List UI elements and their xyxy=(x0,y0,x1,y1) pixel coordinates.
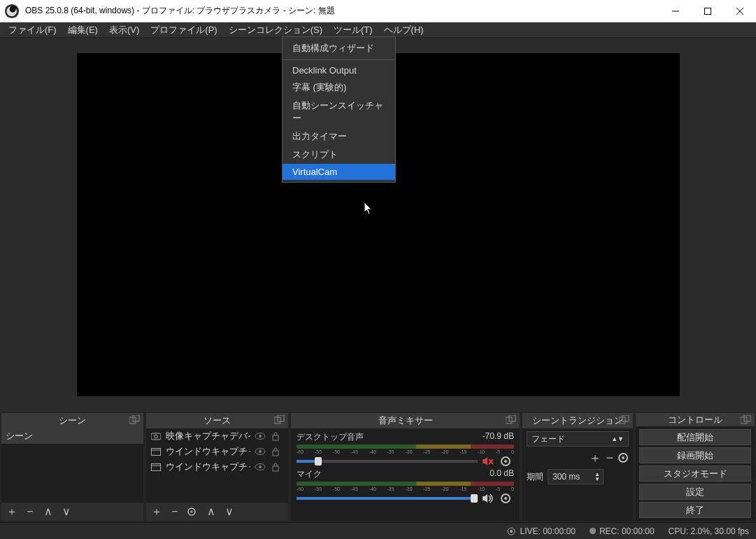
settings-button[interactable]: 設定 xyxy=(639,484,751,500)
dock-mixer-header[interactable]: 音声ミキサー xyxy=(291,413,520,428)
minimize-button[interactable] xyxy=(659,0,692,22)
status-cpu: CPU: 2.0%, 30.00 fps xyxy=(669,526,749,536)
scenes-list[interactable]: シーン xyxy=(1,428,143,503)
dock-transitions-title: シーントランジション xyxy=(532,414,623,427)
transition-select[interactable]: フェード ▲▼ xyxy=(527,431,629,447)
mixer-meter: -60-55-50-45-40-35-30-25-20-15-10-50 xyxy=(297,482,514,491)
scenes-toolbar: ＋ − ∧ ∨ xyxy=(1,503,143,521)
scene-up-button[interactable]: ∧ xyxy=(42,506,55,517)
menu-edit[interactable]: 編集(E) xyxy=(62,22,104,38)
dock-transitions: シーントランジション フェード ▲▼ ＋ − 期間 300 ms ▲▼ xyxy=(522,413,633,521)
volume-slider[interactable] xyxy=(297,460,478,463)
menu-scene-collection[interactable]: シーンコレクション(S) xyxy=(223,22,328,38)
visibility-icon[interactable] xyxy=(255,447,267,456)
menu-file[interactable]: ファイル(F) xyxy=(3,22,62,38)
gear-icon[interactable] xyxy=(500,493,514,504)
visibility-icon[interactable] xyxy=(255,463,267,471)
dock-detach-icon[interactable] xyxy=(741,415,752,425)
menu-tools[interactable]: ツール(T) xyxy=(328,22,378,38)
mixer-body: デスクトップ音声 -70.9 dB -60-55-50-45-40-35-30-… xyxy=(291,428,520,521)
lock-icon[interactable] xyxy=(271,462,284,472)
dock-sources-header[interactable]: ソース xyxy=(146,413,288,428)
record-dot-icon xyxy=(590,528,596,534)
controls-body: 配信開始 録画開始 スタジオモード 設定 終了 xyxy=(636,426,755,521)
svg-point-32 xyxy=(504,460,507,463)
menu-item-output-timer[interactable]: 出力タイマー xyxy=(283,127,395,146)
transitions-body: フェード ▲▼ ＋ − 期間 300 ms ▲▼ xyxy=(522,428,633,521)
lock-icon[interactable] xyxy=(271,431,284,441)
start-streaming-button[interactable]: 配信開始 xyxy=(639,429,751,445)
svg-point-41 xyxy=(510,530,513,533)
status-live-text: LIVE: 00:00:00 xyxy=(520,526,575,536)
speaker-icon[interactable] xyxy=(482,493,496,503)
svg-rect-15 xyxy=(152,448,161,455)
add-source-button[interactable]: ＋ xyxy=(150,506,163,517)
menu-item-auto-config[interactable]: 自動構成ウィザード xyxy=(283,39,395,57)
svg-rect-3 xyxy=(705,8,711,14)
svg-point-13 xyxy=(259,435,262,438)
add-scene-button[interactable]: ＋ xyxy=(6,506,18,517)
menu-item-captions[interactable]: 字幕 (実験的) xyxy=(283,78,395,97)
broadcast-icon xyxy=(506,526,516,536)
menu-item-scripts[interactable]: スクリプト xyxy=(283,146,395,164)
dock-transitions-header[interactable]: シーントランジション xyxy=(522,413,633,428)
spinner-icon[interactable]: ▲▼ xyxy=(594,472,600,482)
svg-rect-24 xyxy=(273,466,278,471)
source-label: 映像キャプチャデバイス xyxy=(166,430,250,442)
gear-icon[interactable] xyxy=(500,456,514,467)
source-up-button[interactable]: ∧ xyxy=(205,506,217,517)
tools-dropdown: 自動構成ウィザード Decklink Output 字幕 (実験的) 自動シーン… xyxy=(282,36,396,183)
volume-slider[interactable] xyxy=(297,497,478,500)
dock-detach-icon[interactable] xyxy=(274,415,285,425)
gear-icon[interactable] xyxy=(618,452,629,463)
mixer-channel-db: 0.0 dB xyxy=(490,468,514,480)
source-row[interactable]: 映像キャプチャデバイス xyxy=(146,428,288,444)
exit-button[interactable]: 終了 xyxy=(639,502,751,518)
svg-rect-10 xyxy=(151,433,161,440)
dock-detach-icon[interactable] xyxy=(506,415,517,425)
dock-detach-icon[interactable] xyxy=(129,415,141,425)
lock-icon[interactable] xyxy=(271,447,284,456)
mixer-channel-mic: マイク 0.0 dB -60-55-50-45-40-35-30-25-20-1… xyxy=(297,468,514,504)
source-row[interactable]: ウインドウキャプチャ_re xyxy=(146,444,288,459)
dock-scenes-header[interactable]: シーン xyxy=(1,413,143,428)
studio-mode-button[interactable]: スタジオモード xyxy=(639,465,751,482)
menu-item-decklink[interactable]: Decklink Output xyxy=(283,62,395,78)
add-transition-button[interactable]: ＋ xyxy=(589,449,601,466)
dock-detach-icon[interactable] xyxy=(619,415,630,425)
window-buttons xyxy=(659,0,756,22)
svg-point-23 xyxy=(259,465,262,468)
obs-logo-icon xyxy=(4,4,20,19)
menu-help[interactable]: ヘルプ(H) xyxy=(378,22,429,38)
meter-scale: -60-55-50-45-40-35-30-25-20-15-10-50 xyxy=(297,449,514,456)
docks-row: シーン シーン ＋ − ∧ ∨ ソース xyxy=(0,412,756,522)
window-title: OBS 25.0.8 (64-bit, windows) - プロファイル: ブ… xyxy=(25,5,659,17)
dock-controls-title: コントロール xyxy=(668,414,722,426)
menu-view[interactable]: 表示(V) xyxy=(104,22,145,38)
svg-rect-14 xyxy=(273,435,278,440)
remove-transition-button[interactable]: − xyxy=(606,451,613,465)
svg-point-34 xyxy=(504,497,507,500)
menu-profile[interactable]: プロファイル(P) xyxy=(145,22,222,38)
scene-row[interactable]: シーン xyxy=(1,428,143,444)
menu-item-auto-scene-switcher[interactable]: 自動シーンスイッチャー xyxy=(283,97,395,127)
scene-label: シーン xyxy=(6,430,139,442)
duration-input[interactable]: 300 ms ▲▼ xyxy=(548,469,604,484)
maximize-button[interactable] xyxy=(692,0,724,22)
visibility-icon[interactable] xyxy=(255,432,267,440)
caret-updown-icon: ▲▼ xyxy=(611,435,624,442)
remove-scene-button[interactable]: − xyxy=(24,506,36,517)
close-button[interactable] xyxy=(724,0,756,22)
start-recording-button[interactable]: 録画開始 xyxy=(639,447,751,463)
dock-controls-header[interactable]: コントロール xyxy=(636,413,755,426)
mute-icon[interactable] xyxy=(482,456,496,466)
sources-list[interactable]: 映像キャプチャデバイス ウインドウキャプチャ_re ウインドウキャプチャ_ch xyxy=(146,428,288,503)
source-properties-button[interactable] xyxy=(187,507,199,517)
menu-item-virtualcam[interactable]: VirtualCam xyxy=(283,164,395,180)
scene-down-button[interactable]: ∨ xyxy=(60,506,73,517)
svg-point-26 xyxy=(191,511,193,513)
source-row[interactable]: ウインドウキャプチャ_ch xyxy=(146,459,288,475)
titlebar: OBS 25.0.8 (64-bit, windows) - プロファイル: ブ… xyxy=(0,0,756,22)
remove-source-button[interactable]: − xyxy=(169,506,181,517)
source-down-button[interactable]: ∨ xyxy=(223,506,236,517)
